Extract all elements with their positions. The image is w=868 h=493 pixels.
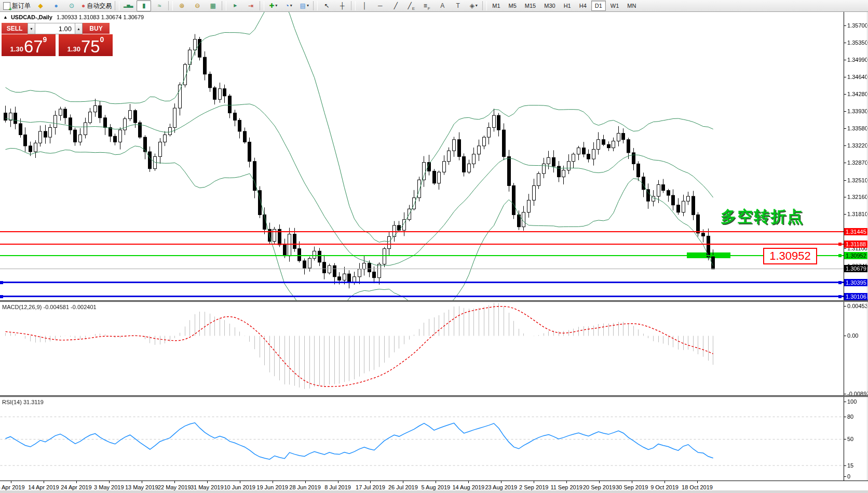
timeframe-button-h4[interactable]: H4 [576, 1, 590, 11]
label-button[interactable]: T [451, 0, 465, 11]
level-price-badge: 1.30395 [844, 279, 867, 286]
chart-shift-button[interactable]: ⇥ [243, 0, 258, 11]
cursor-arrow-icon: ↖ [324, 3, 329, 9]
date-tick-label: 18 Oct 2019 [682, 484, 713, 490]
price-tick-label: 1.34280 [847, 91, 868, 97]
date-tick-mark [632, 481, 632, 483]
horizontal-level-line[interactable] [0, 231, 844, 232]
sell-price-display[interactable]: 1.30 67 9 [2, 34, 56, 56]
dropdown-caret-icon[interactable]: ▾ [290, 4, 292, 8]
symbol-period-label: USDCAD-,Daily [11, 14, 52, 20]
timeframe-button-m5[interactable]: M5 [505, 1, 520, 11]
timeframe-button-d1[interactable]: D1 [591, 1, 606, 11]
price-chart-canvas[interactable] [0, 12, 844, 301]
trendline-icon: ╱ [394, 3, 398, 9]
autoscroll-button[interactable]: ▶ [228, 0, 242, 11]
tile-windows-button[interactable]: ▦ [206, 0, 220, 11]
trendline-button[interactable]: ╱ [388, 0, 403, 11]
horizontal-line-button[interactable]: ─ [373, 0, 387, 11]
signals-button[interactable]: ⊙ [64, 0, 79, 11]
sell-price-main: 67 [24, 39, 43, 55]
date-tick-label: 4 Apr 2019 [0, 484, 25, 490]
autotrading-button[interactable]: ●自动交易 [80, 0, 113, 11]
timeframe-button-m30[interactable]: M30 [540, 1, 559, 11]
zoom-in-button[interactable]: ⊕ [174, 0, 189, 11]
buy-price-display[interactable]: 1.30 75 0 [59, 34, 113, 56]
horizontal-level-line[interactable] [0, 244, 844, 245]
line-handle[interactable] [838, 254, 842, 257]
metaeditor-button[interactable]: ◆ [33, 0, 48, 11]
line-chart-button[interactable]: ≈ [152, 0, 167, 11]
dropdown-caret-icon[interactable]: ▾ [275, 4, 277, 8]
dropdown-caret-icon[interactable]: ▾ [307, 4, 309, 8]
date-tick-label: 26 Jul 2019 [388, 484, 418, 490]
date-tick-mark [534, 481, 534, 483]
channel-button[interactable]: ╱E [404, 0, 418, 11]
text-icon: A [440, 3, 444, 9]
text-button[interactable]: A [435, 0, 450, 11]
bar-chart-button[interactable]: ▂▅▃ [121, 0, 135, 11]
one-click-collapse-icon[interactable]: ▲ [3, 15, 8, 20]
horizontal-level-line[interactable] [0, 282, 844, 283]
date-tick-mark [599, 481, 600, 483]
line-handle[interactable] [0, 281, 3, 284]
date-tick-label: 17 Jul 2019 [356, 484, 385, 490]
zoom-out-button[interactable]: ⊖ [190, 0, 205, 11]
crosshair-button[interactable]: ┼ [335, 0, 349, 11]
fibonacci-button[interactable]: ≡F [419, 0, 434, 11]
buy-price-main: 75 [81, 39, 100, 55]
date-tick-label: 19 Jun 2019 [256, 484, 288, 490]
periods-button[interactable]: ◔▾ [281, 0, 296, 11]
volume-decrease-button[interactable]: ▼ [28, 23, 35, 34]
date-tick-label: 14 Aug 2019 [452, 484, 484, 490]
volume-input[interactable]: 1.00 [35, 23, 75, 34]
buy-price-pip: 0 [100, 35, 104, 44]
rsi-indicator-canvas[interactable] [0, 397, 844, 481]
date-tick-label: 22 May 2019 [158, 484, 191, 490]
horizontal-level-line[interactable] [0, 255, 844, 256]
rsi-tick-label: 15 [847, 462, 853, 469]
arrows-button[interactable]: ◈▾ [466, 0, 481, 11]
horizontal-line-icon: ─ [378, 3, 383, 9]
vertical-line-button[interactable]: │ [357, 0, 372, 11]
current-price-badge: 1.30679 [844, 265, 867, 272]
toolbar-separator [168, 1, 173, 10]
toolbar-separator [222, 1, 226, 10]
line-handle[interactable] [838, 281, 842, 284]
macd-tick-label: 0.004533 [847, 303, 868, 309]
icon-sub-label: E [412, 7, 415, 11]
market-button[interactable]: ● [49, 0, 63, 11]
turning-point-annotation[interactable]: 多空转折点 [721, 206, 812, 228]
dropdown-caret-icon[interactable]: ▾ [476, 4, 478, 8]
signals-icon: ⊙ [69, 3, 74, 9]
rsi-tick-label: 100 [847, 398, 857, 405]
date-tick-mark [468, 481, 469, 483]
pane-separator-macd[interactable] [0, 300, 868, 302]
tile-windows-icon: ▦ [210, 3, 216, 9]
macd-indicator-canvas[interactable] [0, 302, 844, 395]
line-handle[interactable] [838, 295, 842, 298]
autotrading-icon: ● [82, 3, 85, 9]
timeframe-button-mn[interactable]: MN [623, 1, 640, 11]
line-handle[interactable] [838, 243, 842, 246]
buy-button[interactable]: BUY [83, 23, 110, 34]
candlesticks-button[interactable]: ▮ [137, 0, 151, 11]
new-order-button[interactable]: +新订单 [2, 0, 32, 11]
horizontal-level-line[interactable] [0, 296, 844, 297]
sell-button[interactable]: SELL [2, 23, 28, 34]
price-tag-label[interactable]: 1.30952 [763, 248, 817, 264]
date-tick-mark [142, 481, 142, 483]
indicators-button[interactable]: ✚▾ [266, 0, 280, 11]
line-chart-icon: ≈ [158, 3, 161, 9]
templates-button[interactable]: ▤▾ [297, 0, 311, 11]
line-handle[interactable] [0, 295, 3, 298]
one-click-trading-panel: SELL ▼ 1.00 ▲ BUY 1.30 67 9 1.30 75 0 [2, 23, 113, 57]
timeframe-button-m15[interactable]: M15 [521, 1, 539, 11]
timeframe-button-m1[interactable]: M1 [489, 1, 504, 11]
volume-increase-button[interactable]: ▲ [75, 23, 83, 34]
timeframe-button-w1[interactable]: W1 [607, 1, 623, 11]
date-tick-label: 23 Aug 2019 [485, 484, 517, 490]
pane-separator-rsi[interactable] [0, 395, 868, 397]
cursor-button[interactable]: ↖ [319, 0, 334, 11]
timeframe-button-h1[interactable]: H1 [560, 1, 575, 11]
